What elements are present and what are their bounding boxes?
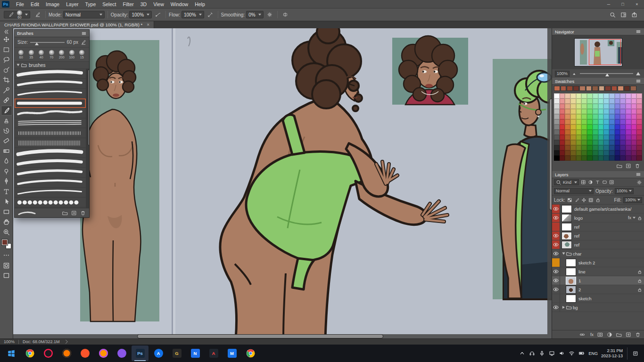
menu-image[interactable]: Image [42,0,63,8]
airbrush-icon[interactable] [206,10,215,19]
zoom-out-icon[interactable] [572,71,578,76]
new-layer-icon[interactable] [626,331,631,337]
layer-row[interactable]: line [552,267,644,276]
group-expand-icon[interactable] [562,253,565,255]
swatch[interactable] [581,145,587,150]
layer-thumbnail[interactable] [566,295,576,302]
taskbar-voice-app[interactable] [113,346,130,361]
layer-row[interactable]: default game/art/cast/wanka/ [552,205,644,214]
navigator-view-box[interactable] [589,39,621,65]
recent-swatch[interactable] [579,86,586,91]
swatch[interactable] [565,93,570,99]
swatch[interactable] [636,135,642,140]
layer-visibility-toggle[interactable] [552,294,560,303]
brush-item[interactable] [15,158,86,168]
collapse-panel-icon[interactable] [2,29,11,34]
layer-row[interactable]: logofx [552,214,644,222]
swatch[interactable] [598,145,604,150]
brush-preset[interactable]: 15 [77,50,87,59]
swatch[interactable] [609,150,615,156]
navigator-thumbnail[interactable] [575,39,622,66]
history-brush-tool[interactable] [1,126,12,136]
swatch[interactable] [593,135,598,140]
swatch[interactable] [603,124,609,130]
swatch[interactable] [626,156,631,161]
layer-fx-icon[interactable]: fx [589,332,594,337]
swatch[interactable] [603,140,609,145]
layer-visibility-toggle[interactable] [552,205,560,213]
swatch[interactable] [587,145,593,150]
swatch[interactable] [570,145,576,150]
brush-preset[interactable]: 60 [16,50,26,59]
brush-item[interactable] [15,118,86,128]
taskbar-antivirus[interactable] [58,346,75,361]
swatch[interactable] [603,135,609,140]
swatch[interactable] [593,145,598,150]
brush-item[interactable] [15,138,86,148]
clone-stamp-tool[interactable] [1,115,12,126]
swatch[interactable] [576,119,582,124]
swatch[interactable] [565,124,570,130]
swatch[interactable] [593,140,598,145]
swatch[interactable] [565,145,570,150]
hand-tool[interactable] [1,217,12,227]
swatch[interactable] [581,99,587,104]
swatch[interactable] [636,150,642,156]
swatch[interactable] [576,109,582,114]
swatch[interactable] [603,99,609,104]
brush-size-slider[interactable] [30,42,64,43]
tool-preset-picker[interactable]: 60 [4,11,30,18]
swatch[interactable] [626,124,631,130]
swatch[interactable] [576,99,582,104]
lock-paint-icon[interactable] [574,197,579,203]
layer-fill-select[interactable]: 100% [623,197,642,203]
brush-preset[interactable]: 70 [47,50,57,59]
layer-fx-badge[interactable]: fx [628,215,631,220]
swatch[interactable] [636,124,642,130]
swatch[interactable] [570,130,576,135]
swatch[interactable] [609,114,615,119]
menu-select[interactable]: Select [99,0,119,8]
menu-view[interactable]: View [150,0,167,8]
healing-brush-tool[interactable] [1,95,12,106]
foreground-color-chip[interactable] [2,239,8,245]
brush-list-scrollbar[interactable] [86,69,89,208]
swatch[interactable] [626,109,631,114]
swatch[interactable] [615,93,620,99]
layer-thumbnail[interactable] [566,268,576,275]
swatch[interactable] [598,114,604,119]
eraser-tool[interactable] [1,136,12,146]
chevron-up-icon[interactable] [518,348,526,359]
layer-name[interactable]: 1 [578,278,636,283]
blend-mode-select[interactable]: Normal [63,11,105,18]
swatch[interactable] [626,114,631,119]
taskbar-photoshop[interactable]: Ps [132,346,149,361]
swatch[interactable] [554,104,560,109]
new-brush-icon[interactable] [71,210,77,215]
swatch[interactable] [626,145,631,150]
swatch[interactable] [576,135,582,140]
swatch[interactable] [576,104,582,109]
swatch[interactable] [615,145,620,150]
swatch[interactable] [598,104,604,109]
maximize-button[interactable]: □ [616,0,630,8]
recent-swatch[interactable] [592,86,598,91]
layer-name[interactable]: sketch [578,296,642,301]
swatch[interactable] [603,93,609,99]
swatch[interactable] [598,119,604,124]
swatch[interactable] [565,140,570,145]
layer-name[interactable]: ref [574,224,642,230]
navigator-zoom-slider[interactable] [580,73,633,74]
swatch[interactable] [560,156,565,161]
brush-item[interactable] [15,188,86,197]
recent-swatch[interactable] [618,86,624,91]
swatch[interactable] [636,119,642,124]
swatch[interactable] [631,156,637,161]
layer-row[interactable]: ref [552,240,644,249]
layer-name[interactable]: line [578,269,636,274]
swatch[interactable] [615,104,620,109]
minimize-button[interactable]: ─ [602,0,616,8]
swatch[interactable] [560,114,565,119]
brush-item[interactable] [15,89,86,99]
layer-thumbnail[interactable] [562,206,571,213]
